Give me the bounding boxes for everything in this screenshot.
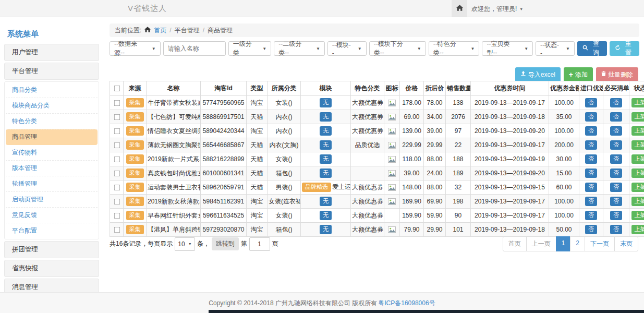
must-buy-badge[interactable]: 否 [610, 154, 622, 163]
home-button[interactable] [452, 0, 467, 17]
page-button[interactable]: 末页 [614, 236, 638, 251]
sidebar-subitem[interactable]: 轮播管理 [6, 176, 98, 192]
icon-cell [384, 124, 400, 138]
must-buy-badge[interactable]: 否 [610, 168, 622, 177]
page-button[interactable]: 2 [570, 236, 585, 251]
filter-select[interactable]: --宝贝类型--▼ [482, 41, 533, 56]
sidebar-group[interactable]: 平台管理 [4, 63, 99, 80]
product-type: 天猫 [247, 180, 268, 195]
caret-down-icon: ▼ [152, 46, 156, 51]
import-select-badge[interactable]: 否 [585, 140, 597, 149]
page-button[interactable]: 1 [556, 236, 571, 251]
import-select-badge[interactable]: 否 [585, 154, 597, 163]
row-checkbox[interactable] [114, 170, 120, 176]
filter-select[interactable]: --模块下分类--▼ [369, 41, 426, 56]
sidebar-subitem[interactable]: 启动页管理 [6, 192, 98, 208]
icp-link[interactable]: 粤ICP备16098006号 [378, 299, 435, 308]
must-buy-badge[interactable]: 否 [610, 112, 622, 121]
jump-page-input[interactable] [249, 237, 270, 251]
status-badge[interactable]: 上架 [631, 225, 644, 234]
filter-select[interactable]: --状态--▼ [536, 41, 575, 56]
import-select-badge[interactable]: 否 [585, 183, 597, 191]
product-category: 内衣() [268, 110, 301, 124]
must-buy-badge[interactable]: 否 [610, 126, 622, 135]
row-select-cell [110, 124, 124, 138]
breadcrumb-item[interactable]: 平台管理 [175, 26, 200, 35]
row-checkbox[interactable] [114, 198, 120, 204]
sidebar-subitem[interactable]: 商品分类 [6, 82, 98, 98]
must-buy-badge[interactable]: 否 [610, 140, 622, 149]
name-search-input[interactable] [163, 41, 226, 56]
status-badge[interactable]: 上架 [631, 197, 644, 206]
sidebar-subitem[interactable]: 意见反馈 [6, 208, 98, 223]
product-name: 【七色纺】可爱纯棉家... [147, 110, 201, 124]
coupon-time: 2019-09-13—2019-09-19 [471, 152, 549, 166]
page-button[interactable]: 首页 [503, 236, 527, 251]
sidebar-subitem[interactable]: 模块商品分类 [6, 98, 98, 114]
table-header-row: 来源名称淘客Id类型所属分类模块特色分类图标价格折后价销售数量优惠券时间优惠券金… [110, 81, 644, 96]
import-select-badge[interactable]: 否 [585, 98, 597, 107]
search-button[interactable]: 查询 [577, 41, 607, 56]
sidebar-group[interactable]: 拼团管理 [4, 241, 99, 258]
import-select-badge[interactable]: 否 [585, 225, 597, 234]
select-all-checkbox[interactable] [114, 86, 120, 92]
row-checkbox[interactable] [114, 212, 120, 219]
sidebar-subitem[interactable]: 版本管理 [6, 161, 98, 176]
must-buy-badge[interactable]: 否 [610, 211, 622, 220]
must-buy-badge[interactable]: 否 [610, 225, 622, 234]
status-badge[interactable]: 上架 [631, 168, 644, 177]
add-button[interactable]: + 添加 [564, 67, 593, 82]
breadcrumb-home-link[interactable]: 首页 [154, 26, 166, 35]
import-excel-button[interactable]: 导入excel [515, 67, 561, 82]
row-checkbox[interactable] [114, 184, 120, 190]
row-checkbox[interactable] [114, 226, 120, 233]
sidebar-group[interactable]: 用户管理 [4, 44, 99, 61]
status-badge[interactable]: 上架 [631, 98, 644, 107]
filter-select-label: --数据来源-- [114, 40, 145, 57]
row-checkbox[interactable] [114, 128, 120, 134]
product-image-icon [388, 226, 396, 233]
status-badge[interactable]: 上架 [631, 140, 644, 149]
status-badge[interactable]: 上架 [631, 211, 644, 220]
page-button[interactable]: 下一页 [585, 236, 615, 251]
page-button[interactable]: 上一页 [526, 236, 556, 251]
row-checkbox[interactable] [114, 156, 120, 162]
import-select-cell: 否 [579, 223, 603, 237]
filter-select[interactable]: --模块--▼ [327, 41, 367, 56]
reset-button[interactable]: 重置 [610, 41, 639, 56]
status-badge[interactable]: 上架 [631, 154, 644, 163]
sidebar-subitem[interactable]: 平台配置 [6, 223, 98, 238]
filter-select[interactable]: --二级分类--▼ [274, 41, 325, 56]
source-badge: 采集 [126, 112, 144, 121]
filter-select[interactable]: 一级分类▼ [228, 41, 271, 56]
must-buy-badge[interactable]: 否 [610, 183, 622, 191]
row-checkbox[interactable] [114, 114, 120, 120]
import-select-badge[interactable]: 否 [585, 112, 597, 121]
status-cell: 上架 [629, 124, 644, 138]
status-badge[interactable]: 上架 [631, 112, 644, 121]
sidebar-group[interactable]: 省惠快报 [4, 260, 99, 277]
row-checkbox[interactable] [114, 142, 120, 148]
must-buy-badge[interactable]: 否 [610, 98, 622, 107]
product-image-icon [388, 170, 396, 177]
page-size-select[interactable]: 10 ▼ [175, 237, 195, 251]
row-checkbox[interactable] [114, 100, 120, 106]
source-badge: 采集 [126, 154, 144, 163]
import-select-badge[interactable]: 否 [585, 168, 597, 177]
must-buy-badge[interactable]: 否 [610, 197, 622, 206]
filter-select[interactable]: --特色分类--▼ [429, 41, 480, 56]
taoke-id: 598451162391 [201, 195, 247, 209]
status-badge[interactable]: 上架 [631, 183, 644, 191]
user-menu[interactable]: 欢迎您，管理员! ▼ [471, 5, 523, 14]
filter-select[interactable]: --数据来源--▼ [110, 41, 161, 56]
import-select-badge[interactable]: 否 [585, 126, 597, 135]
import-select-badge[interactable]: 否 [585, 197, 597, 206]
batch-delete-button[interactable]: 批量删除 [596, 67, 638, 82]
import-select-badge[interactable]: 否 [585, 211, 597, 220]
jump-button[interactable]: 跳转到 [212, 237, 239, 250]
sidebar-subitem[interactable]: 特色分类 [6, 114, 98, 129]
status-badge[interactable]: 上架 [631, 126, 644, 135]
sidebar-subitem[interactable]: 商品管理 [6, 129, 98, 145]
table-row: 采集牛仔背带裤女秋装减龄...577479560965淘宝女装()无大额优惠券1… [110, 96, 644, 110]
sidebar-subitem[interactable]: 宣传物料 [6, 145, 98, 161]
